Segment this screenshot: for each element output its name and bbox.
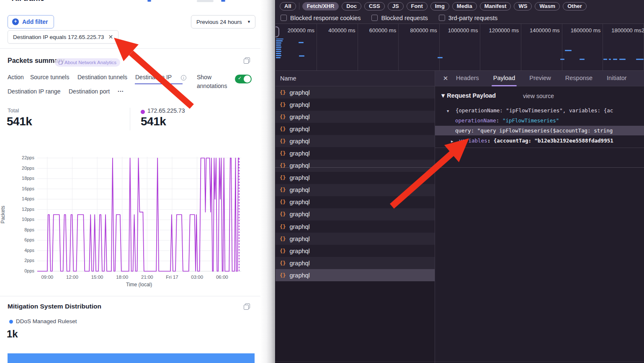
filter-chip[interactable]: Destination IP equals 172.65.225.73 ✕ [8,30,118,44]
mitigation-heading: Mitigation System Distribution [8,303,101,310]
series-legend-dot [141,110,145,114]
expand-panel-icon[interactable] [244,57,250,64]
payload-summary-row[interactable]: ▼ {operationName: "ipFlowTimeseries", va… [435,106,644,115]
request-name: graphql [289,101,309,108]
y-tick-label: 16pps [13,186,34,191]
tab-initiator[interactable]: Initiator [607,71,627,86]
add-filter-button[interactable]: + Add filter [8,15,54,29]
timeline-request-mark [613,59,617,60]
filter-pill-other[interactable]: Other [563,2,587,10]
y-tick-label: 0pps [13,268,34,273]
request-row[interactable]: {}graphql [276,99,435,111]
about-network-analytics-badge[interactable]: About Network Analytics [55,58,120,67]
request-row[interactable]: {}graphql [276,160,435,172]
plus-icon: + [12,18,19,25]
request-payload-header[interactable]: ▼Request Payload [440,92,496,99]
filter-pill-wasm[interactable]: Wasm [535,2,560,10]
checkbox-blocked-response-cookies[interactable]: Blocked response cookies [281,15,361,21]
checkbox-box[interactable] [281,15,287,21]
chevron-down-icon: ▼ [247,20,251,24]
request-row[interactable]: {}graphql [276,220,435,233]
timeline-request-mark [560,59,564,60]
filter-pill-manifest[interactable]: Manifest [480,2,511,10]
checkbox-3rd-party-requests[interactable]: 3rd-party requests [439,15,498,21]
filter-pill-css[interactable]: CSS [364,2,385,10]
view-source-link[interactable]: view source [523,93,554,99]
request-row[interactable]: {}graphql [276,233,435,245]
request-row[interactable]: {}graphql [276,208,435,220]
timeline-gridline [358,24,358,71]
filter-pill-font[interactable]: Font [407,2,428,10]
toggle-knob [244,75,251,83]
request-row-selected[interactable]: {}graphql [276,269,435,281]
caret-right-icon[interactable]: ▶ [451,139,453,143]
name-column-label: Name [280,75,296,82]
request-name: graphql [289,138,309,145]
timeline-tick-label: 400000 ms [318,27,355,34]
checkbox-blocked-requests[interactable]: Blocked requests [371,15,428,21]
timeline-tick-label: 1000000 ms [440,27,478,34]
x-tick-label: 15:00 [85,275,110,280]
series-legend-label: 172.65.225.73 [147,107,185,114]
checkbox-box[interactable] [439,15,445,21]
tab-payload[interactable]: Payload [493,71,515,86]
show-annotations-label-2: annotations [197,83,227,89]
tab-source-tunnels[interactable]: Source tunnels [30,74,69,80]
tab-preview[interactable]: Preview [529,71,551,86]
section-divider [0,296,260,296]
y-tick-label: 14pps [13,196,34,201]
request-row[interactable]: {}graphql [276,111,435,123]
timeline-gridline [562,24,562,71]
caret-down-icon[interactable]: ▼ [447,109,449,113]
more-tabs-icon[interactable]: ... [118,86,124,93]
json-braces-icon: {} [280,102,286,108]
payload-operation-row[interactable]: operationName: "ipFlowTimeseries" [435,116,644,125]
remove-filter-icon[interactable]: ✕ [108,34,113,40]
request-row[interactable]: {}graphql [276,196,435,208]
timeline-gridline [398,24,399,71]
time-range-select[interactable]: Previous 24 hours ▼ [191,15,255,29]
tab-destination-tunnels[interactable]: Destination tunnels [77,74,127,80]
x-tick-label: 06:00 [209,275,234,280]
payload-variables-row[interactable]: ▶ variables: {accountTag: "b12e3b2192ee5… [435,136,644,145]
page-title: All traffic [12,0,44,3]
tab-headers[interactable]: Headers [456,71,479,86]
request-row[interactable]: {}graphql [276,135,435,147]
network-overview-timeline[interactable]: 200000 ms400000 ms600000 ms800000 ms1000… [276,24,644,71]
tab-destination-ip-range[interactable]: Destination IP range [8,88,61,95]
payload-panel: ▼Request Payload view source ▼ {operatio… [435,86,644,363]
tab-response[interactable]: Response [565,71,592,86]
checkbox-box[interactable] [371,15,378,21]
expand-panel-icon[interactable] [244,303,250,310]
filter-pill-ws[interactable]: WS [514,2,532,10]
filter-pill-img[interactable]: Img [430,2,449,10]
clipped-toolbar-sliver [197,0,214,2]
filter-pill-js[interactable]: JS [388,2,404,10]
request-row[interactable]: {}graphql [276,172,435,184]
filter-pill-doc[interactable]: Doc [342,2,361,10]
timeline-request-mark [276,44,281,46]
request-row[interactable]: {}graphql [276,147,435,159]
y-tick-label: 18pps [13,176,34,181]
tab-destination-port[interactable]: Destination port [69,88,110,95]
timeline-request-mark [276,51,281,52]
request-row[interactable]: {}graphql [276,257,435,269]
request-row[interactable]: {}graphql [276,184,435,196]
request-row[interactable]: {}graphql [276,123,435,135]
payload-query-row[interactable]: query: "query ipFlowTimeseries($accountT… [435,126,644,135]
window-shadow-gap [260,0,276,363]
show-annotations-toggle[interactable]: ✓ [235,75,252,83]
requests-column-header[interactable]: Name [276,71,435,86]
filter-pill-media[interactable]: Media [452,2,477,10]
checkbox-label: 3rd-party requests [448,15,498,21]
close-icon[interactable]: ✕ [435,75,456,82]
info-icon: i [181,75,186,80]
filter-pill-all[interactable]: All [280,2,296,10]
total-label: Total [8,107,19,114]
filter-pill-fetch-xhr[interactable]: Fetch/XHR [302,2,339,10]
tab-action[interactable]: Action [8,74,24,80]
request-row[interactable]: {}graphql [276,245,435,257]
tab-destination-ip[interactable]: Destination IP [135,74,172,80]
request-name: graphql [289,272,309,279]
request-row[interactable]: {}graphql [276,86,435,99]
